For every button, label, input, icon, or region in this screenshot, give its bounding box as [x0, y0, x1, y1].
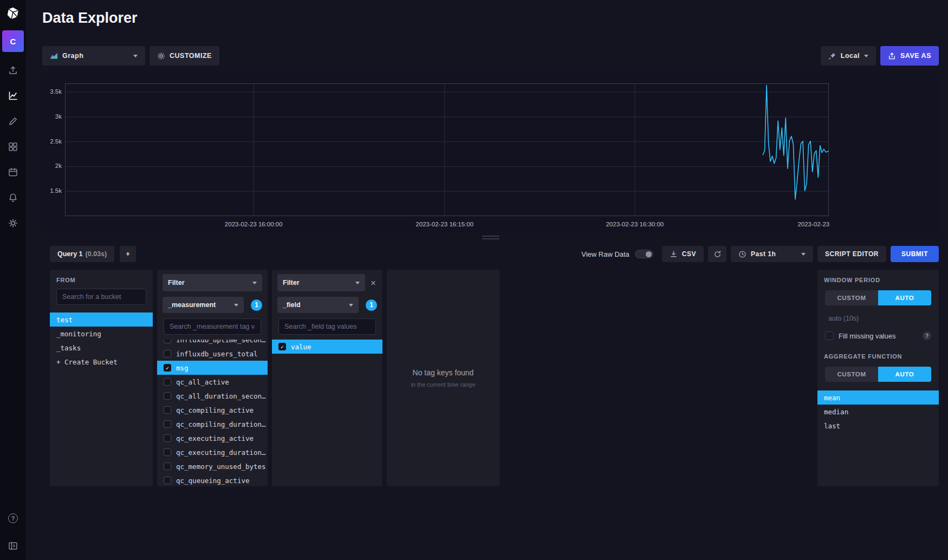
- visualization-type-dropdown[interactable]: Graph: [42, 46, 145, 66]
- aggregate-function-item[interactable]: median: [817, 405, 939, 419]
- tag-key-label: _measurement: [168, 301, 216, 309]
- bucket-list-item[interactable]: test: [50, 312, 153, 327]
- influxdb-logo-icon[interactable]: [6, 6, 20, 21]
- expand-nav-icon[interactable]: [8, 541, 18, 551]
- measurement-item[interactable]: qc_compiling_active: [157, 403, 268, 417]
- toolbar-right: Local SAVE AS: [821, 46, 939, 66]
- timeseries-plot[interactable]: [65, 83, 829, 216]
- measurement-item[interactable]: qc_memory_unused_bytes: [157, 459, 268, 473]
- checkbox-icon[interactable]: [164, 406, 171, 414]
- measurement-item[interactable]: qc_compiling_duration…: [157, 417, 268, 431]
- close-icon[interactable]: ×: [369, 278, 377, 288]
- script-editor-button[interactable]: SCRIPT EDITOR: [817, 246, 886, 262]
- measurement-item[interactable]: influxdb_uptime_secon…: [157, 340, 268, 347]
- checkbox-icon[interactable]: [164, 448, 171, 456]
- field-search-input[interactable]: [278, 318, 376, 335]
- aggregate-auto-button[interactable]: AUTO: [878, 367, 931, 382]
- measurement-item[interactable]: qc_executing_active: [157, 431, 268, 445]
- checkbox-icon[interactable]: [164, 340, 171, 343]
- measurement-list-viewport[interactable]: influxdb_uptime_secon…influxdb_users_tot…: [157, 340, 268, 486]
- upload-icon[interactable]: [8, 65, 18, 76]
- tag-key-dropdown[interactable]: _measurement: [163, 297, 244, 313]
- window-auto-button[interactable]: AUTO: [878, 290, 931, 305]
- variables-scope-dropdown[interactable]: Local: [821, 46, 876, 66]
- fill-missing-checkbox[interactable]: [825, 331, 834, 340]
- aggregate-function-item[interactable]: last: [817, 419, 939, 433]
- settings-gear-icon[interactable]: [8, 218, 18, 229]
- y-axis-label: 2.5k: [42, 138, 62, 145]
- measurement-item[interactable]: qc_all_duration_secon…: [157, 389, 268, 403]
- measurement-item[interactable]: qc_queueing_active: [157, 473, 268, 486]
- checkbox-icon[interactable]: [164, 477, 171, 484]
- measurement-item[interactable]: influxdb_users_total: [157, 347, 268, 361]
- aggregate-segmented: CUSTOM AUTO: [825, 367, 931, 382]
- org-avatar[interactable]: C: [2, 30, 24, 52]
- tag-key-dropdown[interactable]: _field: [277, 297, 359, 313]
- filter-type-label: Filter: [168, 279, 185, 286]
- customize-label: CUSTOMIZE: [170, 52, 212, 60]
- checkbox-icon[interactable]: [164, 434, 171, 442]
- field-item-label: value: [291, 343, 311, 351]
- bucket-search-input[interactable]: [56, 289, 146, 305]
- query-tab[interactable]: Query 1 (0.03s): [50, 246, 114, 262]
- resize-handle[interactable]: [42, 236, 939, 240]
- measurement-search-input[interactable]: [164, 318, 261, 335]
- submit-button[interactable]: SUBMIT: [891, 246, 939, 262]
- window-custom-button[interactable]: CUSTOM: [825, 290, 878, 305]
- bucket-list-item[interactable]: _tasks: [50, 341, 153, 355]
- add-query-button[interactable]: +: [120, 246, 136, 262]
- fill-missing-row: Fill missing values ?: [825, 331, 931, 340]
- view-raw-data-toggle[interactable]: [635, 250, 653, 258]
- chevron-down-icon: [355, 282, 360, 284]
- measurement-item-label: qc_compiling_active: [176, 406, 254, 414]
- window-period-heading: WINDOW PERIOD: [824, 277, 932, 283]
- bucket-selector-panel: FROM test_monitoring_tasks+ Create Bucke…: [50, 270, 153, 486]
- checkbox-icon[interactable]: [164, 350, 171, 357]
- field-item[interactable]: ✓value: [272, 340, 382, 354]
- query-tab-name: Query 1: [57, 250, 83, 258]
- measurement-item[interactable]: qc_all_active: [157, 375, 268, 389]
- window-period-segmented: CUSTOM AUTO: [825, 290, 931, 305]
- measurement-item[interactable]: qc_executing_duration…: [157, 445, 268, 459]
- measurement-filter-panel: Filter _measurement 1 influxdb_uptime_se…: [157, 270, 268, 486]
- measurement-item-label: qc_queueing_active: [176, 477, 249, 485]
- csv-button[interactable]: CSV: [662, 246, 704, 262]
- notebooks-icon[interactable]: [8, 116, 18, 127]
- measurement-list: influxdb_uptime_secon…influxdb_users_tot…: [157, 340, 268, 486]
- customize-button[interactable]: CUSTOMIZE: [150, 46, 219, 66]
- y-axis-label: 2k: [42, 162, 62, 169]
- checkbox-icon[interactable]: [164, 420, 171, 428]
- filter-type-dropdown[interactable]: Filter: [277, 274, 365, 291]
- sidebar: C ?: [0, 0, 26, 560]
- data-explorer-icon[interactable]: [8, 90, 18, 101]
- checkbox-checked-icon[interactable]: ✓: [164, 364, 171, 372]
- refresh-button[interactable]: [708, 246, 726, 262]
- fill-missing-label: Fill missing values: [839, 332, 895, 340]
- x-axis-label: 2023-02-23 16:00:00: [225, 221, 283, 227]
- field-filter-panel: Filter × _field 1 ✓value: [272, 270, 382, 486]
- tag-keys-empty-panel: No tag keys found in the current time ra…: [387, 270, 499, 486]
- main-content: Data Explorer Graph CUSTOMIZE: [26, 0, 948, 560]
- save-as-button[interactable]: SAVE AS: [880, 46, 939, 66]
- question-mark-icon[interactable]: ?: [923, 331, 931, 340]
- checkbox-icon[interactable]: [164, 378, 171, 386]
- measurement-item[interactable]: ✓msg: [157, 361, 268, 375]
- field-list: ✓value: [272, 340, 382, 354]
- alerts-bell-icon[interactable]: [8, 192, 18, 203]
- checkbox-checked-icon[interactable]: ✓: [278, 343, 286, 350]
- y-axis-label: 1.5k: [42, 187, 62, 194]
- checkbox-icon[interactable]: [164, 392, 171, 400]
- aggregate-function-item[interactable]: mean: [817, 390, 939, 405]
- tasks-calendar-icon[interactable]: [8, 167, 18, 178]
- bucket-list-item[interactable]: _monitoring: [50, 327, 153, 341]
- checkbox-icon[interactable]: [164, 463, 171, 470]
- time-range-dropdown[interactable]: Past 1h: [731, 246, 813, 262]
- field-list-viewport[interactable]: ✓value: [272, 340, 382, 486]
- graph-visualization: 1.5k2k2.5k3k3.5k2023-02-23 16:00:002023-…: [42, 74, 939, 234]
- aggregate-function-heading: AGGREGATE FUNCTION: [824, 353, 932, 360]
- dashboards-icon[interactable]: [8, 141, 18, 152]
- filter-type-dropdown[interactable]: Filter: [163, 274, 262, 291]
- create-bucket-button[interactable]: + Create Bucket: [50, 355, 153, 369]
- aggregate-custom-button[interactable]: CUSTOM: [825, 367, 878, 382]
- help-icon[interactable]: ?: [8, 513, 18, 523]
